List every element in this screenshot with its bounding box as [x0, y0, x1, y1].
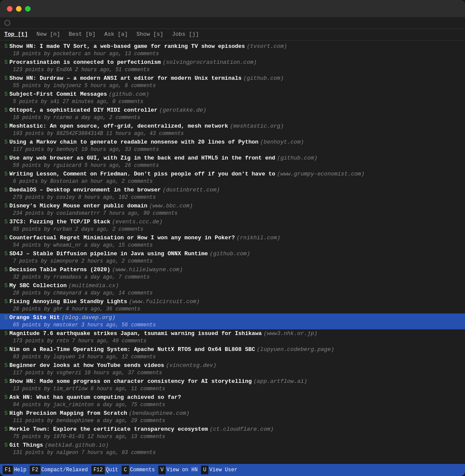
story-item[interactable]: SShow HN: I made TV Sort, a web-based ga…: [0, 42, 465, 58]
statusbar: F1HelpF2Compact/RelaxedF12QuitCCommentsV…: [0, 464, 465, 476]
nav-item-ask[interactable]: Ask [a]: [104, 31, 128, 38]
story-domain: (github.com): [109, 91, 149, 98]
story-meta: 117 points by vsgherzi 10 hours ago, 37 …: [4, 370, 461, 377]
story-item[interactable]: SProcrastination is connected to perfect…: [0, 58, 465, 74]
story-title: Nim on a Real-Time Operating System: Apa…: [9, 346, 255, 354]
status-key[interactable]: F1: [3, 466, 13, 475]
nav-item-show[interactable]: Show [s]: [136, 31, 163, 38]
spinner-icon: [4, 20, 10, 26]
story-item[interactable]: SMy SBC Collection (multimedia.cx)28 poi…: [0, 282, 465, 298]
header-bar: [0, 17, 465, 29]
story-marker: S: [4, 346, 8, 354]
story-item[interactable]: SShow HN: Durdraw – a modern ANSI art ed…: [0, 74, 465, 90]
story-meta: 18 points by pocketarc an hour ago, 13 c…: [4, 50, 461, 58]
story-title: Decision Table Patterns (2020): [9, 266, 110, 274]
story-title: Ottopot, a sophisticated DIY MIDI contro…: [9, 106, 157, 114]
story-meta: 193 points by 882542F3884314B 11 hours a…: [4, 130, 461, 138]
story-meta: 28 points by chmaynard a day ago, 14 com…: [4, 290, 461, 297]
story-item[interactable]: SSD4J – Stable Diffusion pipeline in Jav…: [0, 250, 465, 266]
story-title: Writing Lesson, Comment on Friedman. Don…: [9, 170, 275, 178]
story-marker: S: [4, 170, 8, 178]
story-item[interactable]: SShow HN: Made some progress on characte…: [0, 377, 465, 393]
story-meta: 94 points by jack_riminton a day ago, 75…: [4, 401, 461, 409]
nav-item-jobs[interactable]: Jobs [j]: [172, 31, 199, 38]
story-item[interactable]: SUse any web browser as GUI, with Zig in…: [0, 154, 465, 170]
story-domain: (vincentsg.dev): [166, 362, 217, 370]
story-meta: 59 points by rguiscard 5 hours ago, 26 c…: [4, 162, 461, 169]
story-domain: (dustinbrett.com): [163, 186, 220, 194]
story-item[interactable]: SCounterfactual Regret Minimisation or H…: [0, 234, 465, 250]
story-marker: S: [4, 298, 8, 306]
status-label: Quit: [106, 467, 118, 474]
story-meta: 117 points by benhoyt 10 hours ago, 33 c…: [4, 146, 461, 153]
story-title: My SBC Collection: [9, 282, 67, 290]
status-key[interactable]: F12: [91, 466, 105, 475]
maximize-button[interactable]: [25, 6, 31, 12]
minimize-button[interactable]: [16, 6, 22, 12]
story-marker: S: [4, 410, 8, 417]
terminal-content: Top [t]New [n]Best [b]Ask [a]Show [s]Job…: [0, 17, 465, 476]
story-marker: S: [4, 91, 8, 98]
story-meta: 6 points by Bostonian an hour ago, 2 com…: [4, 178, 461, 185]
story-item[interactable]: SUsing a Markov chain to generate readab…: [0, 138, 465, 154]
status-label: Compact/Relaxed: [41, 467, 88, 474]
story-title: Show HN: Made some progress on character…: [9, 378, 252, 385]
status-key[interactable]: U: [201, 466, 208, 475]
story-item[interactable]: SWriting Lesson, Comment on Friedman. Do…: [0, 170, 465, 186]
status-key[interactable]: C: [122, 466, 129, 475]
story-item[interactable]: SHigh Precision Mapping from Scratch (be…: [0, 409, 465, 425]
story-domain: (github.com): [210, 250, 250, 258]
story-marker: S: [4, 75, 8, 82]
story-item[interactable]: SOttopot, a sophisticated DIY MIDI contr…: [0, 106, 465, 122]
story-marker: S: [4, 138, 8, 146]
story-item[interactable]: SNim on a Real-Time Operating System: Ap…: [0, 345, 465, 361]
story-domain: (www.bbc.com): [149, 202, 193, 210]
story-meta: 13 points by tim_artflow 6 hours ago, 11…: [4, 385, 461, 393]
story-marker: S: [4, 426, 8, 433]
story-item[interactable]: SAsk HN: What has quantum computing achi…: [0, 393, 465, 409]
story-item[interactable]: SGit Things (matklad.github.io)131 point…: [0, 441, 465, 457]
story-meta: 85 points by rurban 2 days ago, 2 commen…: [4, 226, 461, 233]
story-title: Meshtastic: An open source, off-grid, de…: [9, 122, 228, 130]
story-item[interactable]: SMerkle Town: Explore the certificate tr…: [0, 425, 465, 441]
story-item[interactable]: S37C3: Fuzzing the TCP/IP Stack (events.…: [0, 218, 465, 234]
story-item[interactable]: SOrange Site Hit (blog.davep.org)65 poin…: [0, 313, 465, 329]
story-item[interactable]: SDisney's Mickey Mouse enter public doma…: [0, 202, 465, 218]
nav-item-top[interactable]: Top [t]: [4, 31, 28, 38]
status-label: View on HN: [167, 467, 198, 474]
story-title: Git Things: [9, 442, 43, 449]
status-key[interactable]: F2: [30, 466, 40, 475]
story-item[interactable]: SMagnitude 7.6 earthquake strikes Japan,…: [0, 329, 465, 345]
story-title: Merkle Town: Explore the certificate tra…: [9, 426, 208, 433]
story-title: Subject-First Commit Messages: [9, 91, 107, 98]
story-marker: S: [4, 330, 8, 338]
story-title: Show HN: Durdraw – a modern ANSI art edi…: [9, 75, 242, 82]
story-item[interactable]: SFixing Annoying Blue Standby Lights (ww…: [0, 298, 465, 313]
story-marker: S: [4, 378, 8, 385]
terminal-window: Top [t]New [n]Best [b]Ask [a]Show [s]Job…: [0, 0, 465, 476]
story-title: Fixing Annoying Blue Standby Lights: [9, 298, 127, 306]
story-domain: (www.hillelwayne.com): [112, 266, 183, 274]
status-key[interactable]: V: [158, 466, 166, 475]
story-domain: (meshtastic.org): [230, 122, 284, 130]
close-button[interactable]: [7, 6, 13, 12]
story-item[interactable]: SBeginner dev looks at how YouTube sends…: [0, 361, 465, 377]
story-item[interactable]: SMeshtastic: An open source, off-grid, d…: [0, 122, 465, 138]
story-domain: (solvingprocrastination.com): [163, 59, 257, 66]
story-marker: S: [4, 362, 8, 370]
story-item[interactable]: SDaedalOS – Desktop environment in the b…: [0, 186, 465, 202]
nav-item-best[interactable]: Best [b]: [69, 31, 95, 38]
story-marker: S: [4, 106, 8, 114]
nav-item-new[interactable]: New [n]: [37, 31, 60, 38]
story-title: DaedalOS – Desktop environment in the br…: [9, 186, 161, 194]
stories-list[interactable]: SShow HN: I made TV Sort, a web-based ga…: [0, 41, 465, 464]
story-domain: (multimedia.cx): [68, 282, 119, 290]
status-label: View User: [209, 467, 237, 474]
story-marker: S: [4, 314, 8, 322]
story-marker: S: [4, 234, 8, 242]
status-label: Help: [14, 467, 26, 474]
story-item[interactable]: SSubject-First Commit Messages (github.c…: [0, 90, 465, 106]
story-item[interactable]: SDecision Table Patterns (2020) (www.hil…: [0, 266, 465, 282]
story-meta: 7 points by simonpure 2 hours ago, 2 com…: [4, 258, 461, 265]
story-meta: 75 points by 1970-01-01 12 hours ago, 13…: [4, 433, 461, 441]
